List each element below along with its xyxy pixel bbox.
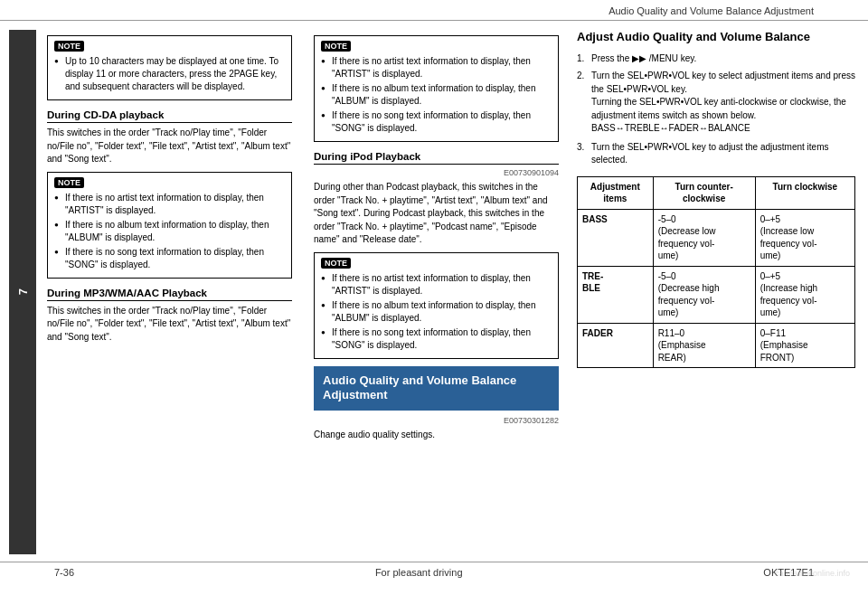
treble-counter: -5–0(Decrease high frequency vol-ume) — [653, 266, 755, 323]
left-note-2-item-1: If there is no artist text information t… — [54, 192, 285, 217]
chapter-number: 7 — [16, 288, 30, 295]
left-note-2-item-2: If there is no album text information to… — [54, 219, 285, 244]
right-heading: Adjust Audio Quality and Volume Balance — [577, 30, 855, 45]
note-icon-4: NOTE — [321, 258, 351, 269]
left-column: NOTE Up to 10 characters may be displaye… — [36, 30, 303, 554]
mid-note-2: NOTE If there is no artist text informat… — [314, 252, 559, 359]
highlight-img-code: E00730301282 — [314, 416, 559, 425]
bass-clockwise: 0–+5(Increase low frequency vol-ume) — [755, 209, 854, 266]
footer-section: For pleasant driving — [375, 567, 463, 578]
header-title: Audio Quality and Volume Balance Adjustm… — [609, 5, 814, 16]
fader-clockwise: 0–F11(EmphasiseFRONT) — [755, 323, 854, 368]
highlight-caption: Change audio quality settings. — [314, 429, 559, 442]
page-container: Audio Quality and Volume Balance Adjustm… — [0, 0, 868, 614]
chapter-tab: 7 — [9, 30, 36, 554]
step-3: 3. Turn the SEL•PWR•VOL key to adjust th… — [577, 141, 855, 167]
footer-code: OKTE17E1 — [763, 567, 814, 578]
step-2: 2. Turn the SEL•PWR•VOL key to select ad… — [577, 70, 855, 136]
content-area: 7 NOTE Up to 10 characters may be displa… — [0, 21, 868, 554]
table-row-bass: BASS -5–0(Decrease low frequency vol-ume… — [578, 209, 855, 266]
highlight-box: Audio Quality and Volume Balance Adjustm… — [314, 366, 559, 411]
treble-clockwise: 0–+5(Increase high frequency vol-ume) — [755, 266, 854, 323]
mid-note-2-item-2: If there is no album text information to… — [321, 299, 552, 325]
mid-note-1: NOTE If there is no artist text informat… — [314, 35, 559, 142]
ipod-img-code: E00730901094 — [314, 168, 559, 177]
cd-da-body: This switches in the order "Track no/Pla… — [47, 127, 292, 166]
bass-item: BASS — [578, 209, 654, 266]
table-header-counter: Turn counter-clockwise — [653, 176, 755, 209]
mid-note-2-list: If there is no artist text information t… — [321, 272, 552, 352]
mid-note-1-item-1: If there is no artist text information t… — [321, 55, 552, 80]
step-1: 1. Press the ▶▶ /MENU key. — [577, 52, 855, 66]
step-2-text: Turn the SEL•PWR•VOL key to select adjus… — [591, 71, 855, 133]
mid-note-2-header: NOTE — [321, 258, 552, 269]
table-header-clockwise: Turn clockwise — [755, 176, 854, 209]
highlight-box-title: Audio Quality and Volume Balance Adjustm… — [323, 373, 550, 404]
ipod-heading: During iPod Playback — [314, 151, 559, 165]
bass-counter: -5–0(Decrease low frequency vol-ume) — [653, 209, 755, 266]
adjustment-table: Adjustment items Turn counter-clockwise … — [577, 176, 855, 369]
page-header: Audio Quality and Volume Balance Adjustm… — [0, 0, 868, 21]
mid-note-2-item-1: If there is no artist text information t… — [321, 272, 552, 298]
fader-counter: R11–0(EmphasiseREAR) — [653, 323, 755, 368]
note-icon-1: NOTE — [54, 41, 84, 52]
table-row-fader: FADER R11–0(EmphasiseREAR) 0–F11(Emphasi… — [578, 323, 855, 368]
mid-note-1-item-2: If there is no album text information to… — [321, 82, 552, 108]
right-column: Adjust Audio Quality and Volume Balance … — [570, 30, 868, 554]
step-2-num: 2. — [577, 70, 584, 83]
left-note-1: NOTE Up to 10 characters may be displaye… — [47, 35, 292, 100]
left-note-1-header: NOTE — [54, 41, 285, 52]
left-note-1-list: Up to 10 characters may be displayed at … — [54, 55, 285, 93]
cd-da-heading: During CD-DA playback — [47, 109, 292, 123]
mp3-heading: During MP3/WMA/AAC Playback — [47, 288, 292, 301]
mid-note-2-item-3: If there is no song text information to … — [321, 326, 552, 352]
left-note-2-header: NOTE — [54, 177, 285, 188]
step-1-num: 1. — [577, 52, 584, 66]
ipod-body: During other than Podcast playback, this… — [314, 181, 559, 247]
note-icon-2: NOTE — [54, 177, 84, 188]
mid-column: NOTE If there is no artist text informat… — [303, 30, 570, 554]
fader-item: FADER — [578, 323, 654, 368]
step-3-text: Turn the SEL•PWR•VOL key to adjust the a… — [591, 142, 829, 165]
treble-item: TRE-BLE — [578, 266, 654, 323]
footer-page-num: 7-36 — [54, 567, 74, 578]
left-note-2-list: If there is no artist text information t… — [54, 192, 285, 271]
step-1-text: Press the ▶▶ /MENU key. — [591, 53, 696, 63]
mid-note-1-list: If there is no artist text information t… — [321, 55, 552, 135]
left-note-2: NOTE If there is no artist text informat… — [47, 172, 292, 279]
left-note-2-item-3: If there is no song text information to … — [54, 246, 285, 271]
left-note-1-item-1: Up to 10 characters may be displayed at … — [54, 55, 285, 93]
mid-note-1-header: NOTE — [321, 41, 552, 52]
steps-list: 1. Press the ▶▶ /MENU key. 2. Turn the S… — [577, 52, 855, 167]
table-header-item: Adjustment items — [578, 176, 654, 209]
table-row-treble: TRE-BLE -5–0(Decrease high frequency vol… — [578, 266, 855, 323]
mp3-body: This switches in the order "Track no/Pla… — [47, 305, 292, 345]
step-3-num: 3. — [577, 141, 584, 155]
page-footer: 7-36 For pleasant driving OKTE17E1 — [0, 562, 868, 582]
mid-note-1-item-3: If there is no song text information to … — [321, 109, 552, 135]
note-icon-3: NOTE — [321, 41, 351, 52]
